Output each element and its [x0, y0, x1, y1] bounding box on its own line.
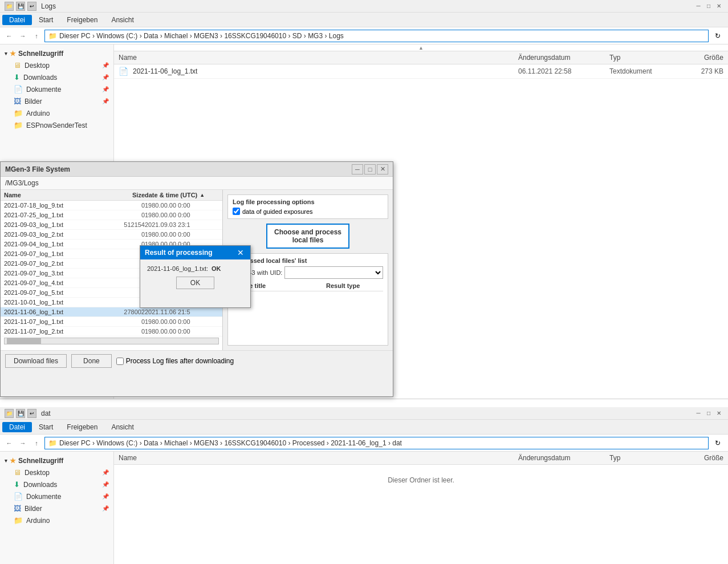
bottom-menu-ansicht[interactable]: Ansicht — [104, 422, 140, 432]
sidebar-item-dokumente[interactable]: 📄 Dokumente 📌 — [0, 83, 113, 95]
back-button[interactable]: ← — [3, 30, 15, 42]
menu-start[interactable]: Start — [32, 15, 60, 25]
mgen-file-item-12[interactable]: 2021-11-07_log_1.txt 0 1980.00.00 0:00 — [1, 317, 222, 327]
top-file-list-header: Name Änderungsdatum Typ Größe — [114, 51, 728, 64]
bottom-sidebar-item-dokumente[interactable]: 📄 Dokumente 📌 — [0, 490, 113, 502]
bottom-refresh-button[interactable]: ↻ — [711, 436, 725, 450]
mgen-hscroll-thumb[interactable] — [7, 338, 41, 344]
sidebar-item-desktop[interactable]: 🖥 Desktop 📌 — [0, 59, 113, 71]
bottom-address-path[interactable]: 📁 Dieser PC › Windows (C:) › Data › Mich… — [44, 437, 709, 449]
mgen-fsize-4: 0 — [105, 241, 145, 247]
download-files-button[interactable]: Download files — [5, 354, 67, 368]
result-ok-button[interactable]: OK — [176, 277, 214, 289]
sidebar-item-arduino[interactable]: 📁 Arduino — [0, 107, 113, 119]
bottom-sidebar-item-downloads[interactable]: ⬇ Downloads 📌 — [0, 478, 113, 490]
bottom-header-name[interactable]: Name — [119, 454, 518, 462]
mgen-fname-8: 2021-09-07_log_4.txt — [4, 279, 105, 286]
bottom-menu-datei[interactable]: Datei — [2, 422, 32, 432]
bottom-forward-button[interactable]: → — [17, 437, 29, 449]
sidebar-desktop-label: Desktop — [25, 62, 50, 70]
mgen-fsize-7: 0 — [105, 270, 145, 277]
menu-datei[interactable]: Datei — [2, 15, 32, 25]
bottom-back-button[interactable]: ← — [3, 437, 15, 449]
process-log-checkbox[interactable] — [116, 358, 124, 365]
minimize-button[interactable]: ─ — [694, 2, 703, 11]
mgen-header-name[interactable]: Name — [4, 192, 105, 198]
mgen-fsize-12: 0 — [105, 318, 145, 325]
close-button[interactable]: ✕ — [714, 2, 723, 11]
refresh-button[interactable]: ↻ — [711, 29, 725, 43]
header-name[interactable]: Name — [119, 54, 518, 62]
address-path[interactable]: 📁 Dieser PC › Windows (C:) › Data › Mich… — [44, 30, 709, 42]
mgen-file-item-1[interactable]: 2021-07-25_log_1.txt 0 1980.00.00 0:00 — [1, 210, 222, 220]
mgen-file-item-13[interactable]: 2021-11-07_log_2.txt 0 1980.00.00 0:00 — [1, 327, 222, 336]
bottom-desktop-folder-icon: 🖥 — [14, 468, 21, 477]
mgen-path: /MG3/Logs — [1, 177, 393, 190]
sidebar-item-bilder[interactable]: 🖼 Bilder 📌 — [0, 95, 113, 107]
header-type[interactable]: Typ — [609, 54, 678, 62]
mgen-fdate-1: 1980.00.00 0:00 — [145, 212, 219, 218]
mgen-file-item-0[interactable]: 2021-07-18_log_9.txt 0 1980.00.00 0:00 — [1, 201, 222, 210]
done-button[interactable]: Done — [71, 354, 112, 368]
mgen-file-item-3[interactable]: 2021-09-03_log_2.txt 0 1980.00.00 0:00 — [1, 230, 222, 240]
sidebar-item-esp[interactable]: 📁 ESPnowSenderTest — [0, 119, 113, 131]
mgen-hscrollbar[interactable] — [4, 338, 219, 344]
mgen-file-item-11[interactable]: 2021-11-06_log_1.txt 278002 2021.11.06 2… — [1, 307, 222, 317]
mgen-fname-11: 2021-11-06_log_1.txt — [4, 309, 105, 315]
mgen-fname-3: 2021-09-03_log_2.txt — [4, 231, 105, 238]
mgen-fsize-2: 512154 — [105, 221, 145, 228]
result-title-bar: Result of processing ✕ — [140, 246, 250, 259]
top-title-icons: 📁 💾 ↩ — [5, 2, 36, 11]
forward-button[interactable]: → — [17, 30, 29, 42]
sidebar-item-downloads[interactable]: ⬇ Downloads 📌 — [0, 71, 113, 83]
menu-ansicht[interactable]: Ansicht — [104, 15, 140, 25]
mgen-fsize-5: 0 — [105, 250, 145, 257]
result-body: 2021-11-06_log_1.txt: OK OK — [140, 259, 250, 295]
bottom-menu-freigeben[interactable]: Freigeben — [60, 422, 104, 432]
bottom-sidebar: ▾ ★ Schnellzugriff 🖥 Desktop 📌 ⬇ Downloa… — [0, 452, 114, 564]
bottom-header-type[interactable]: Typ — [609, 454, 678, 462]
bottom-header-date[interactable]: Änderungsdatum — [518, 454, 609, 462]
file-icon-small: 📁 — [5, 2, 14, 11]
schnellzugriff-section: ▾ ★ Schnellzugriff 🖥 Desktop 📌 ⬇ Downloa… — [0, 48, 113, 131]
bottom-sidebar-item-desktop[interactable]: 🖥 Desktop 📌 — [0, 466, 113, 478]
mgen-file-item-2[interactable]: 2021-09-03_log_1.txt 512154 2021.09.03 2… — [1, 220, 222, 230]
bottom-title-text: dat — [41, 409, 694, 417]
header-date[interactable]: Änderungsdatum — [518, 54, 609, 62]
mgen-title-bar: MGen-3 File System ─ □ ✕ — [1, 162, 393, 177]
choose-process-button[interactable]: Choose and process local files — [266, 224, 349, 249]
bottom-maximize-button[interactable]: □ — [704, 409, 713, 418]
maximize-button[interactable]: □ — [704, 2, 713, 11]
bottom-header-size[interactable]: Größe — [678, 454, 723, 462]
pin-icon-pic: 📌 — [102, 98, 109, 104]
header-size[interactable]: Größe — [678, 54, 723, 62]
sidebar-bilder-label: Bilder — [25, 98, 42, 106]
bottom-pin-icon: 📌 — [102, 469, 109, 476]
bottom-window-controls: ─ □ ✕ — [694, 409, 723, 418]
bottom-sidebar-item-bilder[interactable]: 🖼 Bilder 📌 — [0, 502, 113, 514]
mgen-uid-select[interactable] — [284, 266, 383, 279]
sidebar-dokumente-label: Dokumente — [26, 86, 61, 94]
mgen-close-button[interactable]: ✕ — [377, 164, 388, 175]
mgen-header-date[interactable]: date & time (UTC) ▲ — [145, 192, 219, 198]
guided-exposures-checkbox[interactable] — [233, 208, 240, 215]
mgen-processed-box: Processed local files' list MGen-3 with … — [227, 253, 388, 346]
schnellzugriff-header[interactable]: ▾ ★ Schnellzugriff — [0, 48, 113, 59]
bottom-address-path-text: Dieser PC › Windows (C:) › Data › Michae… — [59, 439, 402, 447]
top-address-bar: ← → ↑ 📁 Dieser PC › Windows (C:) › Data … — [0, 27, 728, 44]
bottom-minimize-button[interactable]: ─ — [694, 409, 703, 418]
bottom-sidebar-arduino-label: Arduino — [26, 517, 50, 525]
bottom-up-button[interactable]: ↑ — [31, 437, 42, 449]
mgen-minimize-button[interactable]: ─ — [352, 164, 363, 175]
up-button[interactable]: ↑ — [31, 30, 42, 42]
mgen-maximize-button[interactable]: □ — [364, 164, 376, 175]
top-file-item-0[interactable]: 📄 2021-11-06_log_1.txt 06.11.2021 22:58 … — [114, 64, 728, 79]
menu-freigeben[interactable]: Freigeben — [60, 15, 104, 25]
bottom-menu-start[interactable]: Start — [32, 422, 60, 432]
bottom-close-button[interactable]: ✕ — [714, 409, 723, 418]
mgen-header-size[interactable]: Size — [105, 192, 145, 198]
sidebar-downloads-label: Downloads — [23, 74, 57, 82]
result-close-button[interactable]: ✕ — [235, 247, 246, 258]
bottom-schnellzugriff-header[interactable]: ▾ ★ Schnellzugriff — [0, 455, 113, 466]
bottom-sidebar-item-arduino[interactable]: 📁 Arduino — [0, 514, 113, 526]
